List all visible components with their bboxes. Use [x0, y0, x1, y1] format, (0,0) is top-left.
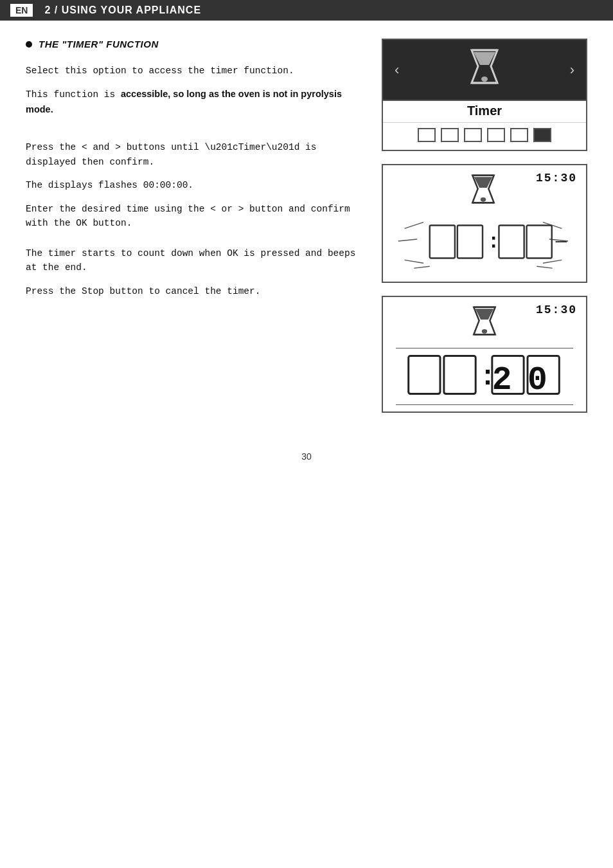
svg-line-10	[405, 222, 423, 229]
right-arrow-icon: ›	[570, 63, 574, 77]
language-badge: EN	[10, 4, 33, 17]
paragraph-4: The displays flashes 00:00:00.	[26, 178, 362, 192]
paragraph-1: Select this option to access the timer f…	[26, 64, 362, 78]
hourglass-svg-3	[471, 306, 498, 336]
panel3-display: 15:30 :	[382, 296, 587, 413]
main-content: THE "TIMER" FUNCTION Select this option …	[0, 39, 613, 413]
svg-rect-19	[458, 226, 483, 258]
paragraph-1-text: Select this option to access the timer f…	[26, 66, 294, 76]
panel3-display-svg: : 2 0	[396, 352, 573, 397]
svg-line-16	[543, 260, 562, 263]
panel3-line-top	[396, 348, 573, 348]
header-bar: EN 2 / USING YOUR APPLIANCE	[0, 0, 613, 21]
page-number: 30	[0, 451, 613, 462]
panel1-display: ‹ › Timer	[382, 39, 587, 151]
svg-rect-30	[444, 356, 475, 393]
paragraph-3: Press the < and > buttons until \u201cTi…	[26, 140, 362, 169]
panel2-display: 15:30	[382, 164, 587, 283]
svg-point-9	[481, 197, 486, 202]
svg-line-12	[405, 260, 423, 263]
left-arrow-icon: ‹	[395, 63, 399, 77]
hourglass-svg-1	[468, 49, 501, 84]
dot-6-filled	[533, 128, 551, 142]
svg-line-13	[414, 266, 429, 268]
function-title: THE "TIMER" FUNCTION	[39, 39, 159, 50]
dot-5	[510, 128, 528, 142]
panel1-dots-row	[383, 123, 586, 147]
bold-text: accessible, so long as the oven is not i…	[26, 89, 342, 114]
paragraph-2: This function is accessible, so long as …	[26, 87, 362, 117]
panel2-dial-svg: :	[392, 212, 574, 270]
svg-text::: :	[488, 231, 500, 253]
hourglass-icon-1	[468, 49, 501, 91]
svg-rect-29	[409, 356, 440, 393]
panel2-time-small: 15:30	[536, 172, 577, 185]
dot-3	[464, 128, 482, 142]
svg-text:2: 2	[492, 361, 512, 397]
hourglass-svg-2	[470, 174, 497, 204]
panel1-label-row: Timer	[383, 100, 586, 123]
svg-point-4	[481, 77, 488, 82]
left-column: THE "TIMER" FUNCTION Select this option …	[26, 39, 362, 413]
right-column: ‹ › Timer	[382, 39, 587, 413]
section-title-header: 2 / USING YOUR APPLIANCE	[44, 5, 201, 16]
svg-line-17	[537, 266, 552, 268]
paragraph-5: Enter the desired time using the < or > …	[26, 202, 362, 231]
and-text: and	[93, 142, 109, 152]
paragraph-6: The timer starts to count down when OK i…	[26, 246, 362, 275]
svg-point-28	[482, 329, 487, 334]
paragraph-7: Press the Stop button to cancel the time…	[26, 284, 362, 298]
svg-line-11	[398, 239, 417, 241]
bullet-point	[26, 41, 32, 48]
dot-4	[487, 128, 505, 142]
panel3-line-bottom	[396, 404, 573, 405]
svg-rect-22	[527, 226, 552, 258]
dot-1	[418, 128, 436, 142]
panel1-top: ‹ ›	[383, 40, 586, 100]
svg-rect-21	[499, 226, 524, 258]
section-heading-row: THE "TIMER" FUNCTION	[26, 39, 362, 50]
panel3-time-small: 15:30	[536, 303, 577, 316]
dot-2	[441, 128, 459, 142]
svg-rect-18	[430, 226, 455, 258]
svg-text:0: 0	[528, 361, 547, 397]
timer-label: Timer	[467, 104, 502, 118]
